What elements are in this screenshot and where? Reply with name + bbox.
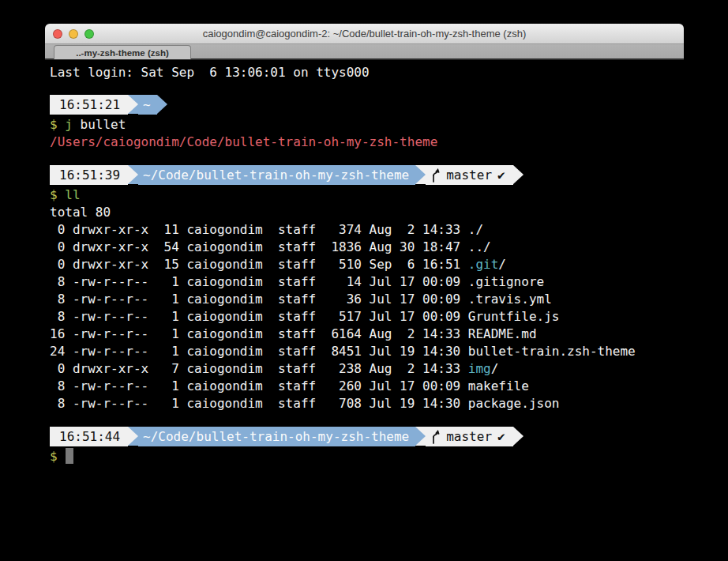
tab-label: ..-my-zsh-theme (zsh) <box>76 48 169 58</box>
zoom-button[interactable] <box>84 29 94 39</box>
prompt-char: $ <box>50 187 58 202</box>
powerline-arrow-icon <box>513 427 523 446</box>
ls-row-dir-slash: / <box>491 361 499 376</box>
powerline-arrow-icon <box>415 427 426 446</box>
ls-row: 16 -rw-r--r-- 1 caiogondim staff 6164 Au… <box>50 326 728 343</box>
git-branch-label: master <box>446 428 492 446</box>
prompt-bar-1: 16:51:21 ~ <box>50 95 728 115</box>
tab-bar: ..-my-zsh-theme (zsh) <box>45 44 684 60</box>
ls-row-filename: ./ <box>468 222 483 237</box>
prompt-bar-3: 16:51:44 ~/Code/bullet-train-oh-my-zsh-t… <box>50 427 728 446</box>
git-segment: master ✔ <box>426 427 512 446</box>
ls-row-filename: .travis.yml <box>468 292 552 307</box>
ls-row: 0 drwxr-xr-x 7 caiogondim staff 238 Aug … <box>50 360 728 378</box>
ls-row: 0 drwxr-xr-x 11 caiogondim staff 374 Aug… <box>50 221 728 239</box>
titlebar[interactable]: caiogondim@caiogondim-2: ~/Code/bullet-t… <box>45 24 684 44</box>
ls-row-filename: package.json <box>468 396 560 411</box>
ls-row-meta: 16 -rw-r--r-- 1 caiogondim staff 6164 Au… <box>50 326 468 341</box>
ls-row: 0 drwxr-xr-x 54 caiogondim staff 1836 Au… <box>50 239 728 256</box>
git-branch-icon <box>430 430 441 444</box>
ls-row-filename: Gruntfile.js <box>468 309 560 324</box>
powerline-arrow-icon <box>513 165 523 184</box>
dir-segment: ~/Code/bullet-train-oh-my-zsh-theme <box>138 165 415 185</box>
ls-row-filename: .git <box>468 257 499 272</box>
traffic-lights <box>53 24 94 43</box>
terminal-content[interactable]: Last login: Sat Sep 6 13:06:01 on ttys00… <box>45 60 728 561</box>
ls-row-filename: img <box>468 361 491 376</box>
terminal-window: caiogondim@caiogondim-2: ~/Code/bullet-t… <box>45 24 684 60</box>
ls-row-meta: 0 drwxr-xr-x 7 caiogondim staff 238 Aug … <box>50 361 468 376</box>
ls-row-meta: 8 -rw-r--r-- 1 caiogondim staff 260 Jul … <box>50 378 468 393</box>
ls-row-meta: 8 -rw-r--r-- 1 caiogondim staff 14 Jul 1… <box>50 274 468 289</box>
ls-row-meta: 0 drwxr-xr-x 11 caiogondim staff 374 Aug… <box>50 222 468 237</box>
ls-row-dir-slash: / <box>498 257 506 272</box>
close-button[interactable] <box>53 29 62 39</box>
ls-row-meta: 8 -rw-r--r-- 1 caiogondim staff 517 Jul … <box>50 309 468 324</box>
ls-row-meta: 8 -rw-r--r-- 1 caiogondim staff 708 Jul … <box>50 396 468 411</box>
prompt-bar-2: 16:51:39 ~/Code/bullet-train-oh-my-zsh-t… <box>50 165 728 185</box>
prompt-char: $ <box>50 449 58 464</box>
ls-row: 0 drwxr-xr-x 15 caiogondim staff 510 Sep… <box>50 256 728 273</box>
ls-row-filename: ../ <box>468 239 491 254</box>
ls-row-meta: 8 -rw-r--r-- 1 caiogondim staff 36 Jul 1… <box>50 292 468 307</box>
ls-row: 8 -rw-r--r-- 1 caiogondim staff 14 Jul 1… <box>50 273 728 291</box>
git-segment: master ✔ <box>426 165 512 185</box>
git-clean-check-icon: ✔ <box>497 428 505 446</box>
ls-total-line: total 80 <box>50 204 728 221</box>
ls-row-meta: 0 drwxr-xr-x 15 caiogondim staff 510 Sep… <box>50 257 468 272</box>
minimize-button[interactable] <box>69 29 78 39</box>
ls-row: 8 -rw-r--r-- 1 caiogondim staff 260 Jul … <box>50 378 728 395</box>
time-segment: 16:51:39 <box>50 165 128 185</box>
dir-segment: ~/Code/bullet-train-oh-my-zsh-theme <box>138 427 415 446</box>
command-name: j <box>65 117 73 132</box>
time-segment: 16:51:21 <box>50 95 128 115</box>
ls-row-filename: makefile <box>468 378 529 393</box>
command-line-1: $ j bullet <box>50 116 728 134</box>
ls-listing: 0 drwxr-xr-x 11 caiogondim staff 374 Aug… <box>50 221 728 412</box>
ls-row-filename: README.md <box>468 326 537 341</box>
window-title: caiogondim@caiogondim-2: ~/Code/bullet-t… <box>45 28 684 40</box>
time-segment: 16:51:44 <box>50 427 128 446</box>
ls-row-meta: 24 -rw-r--r-- 1 caiogondim staff 8451 Ju… <box>50 344 468 359</box>
powerline-arrow-icon <box>157 95 167 114</box>
active-command-line[interactable]: $ <box>50 448 728 465</box>
prompt-char: $ <box>50 117 58 132</box>
ls-row: 8 -rw-r--r-- 1 caiogondim staff 36 Jul 1… <box>50 291 728 308</box>
powerline-arrow-icon <box>415 165 426 184</box>
text-cursor <box>66 448 73 464</box>
jump-output-path: /Users/caiogondim/Code/bullet-train-oh-m… <box>50 134 728 151</box>
command-name: ll <box>65 187 80 202</box>
git-clean-check-icon: ✔ <box>497 167 505 184</box>
command-args: bullet <box>73 117 126 132</box>
git-branch-icon <box>430 168 441 183</box>
ls-row: 24 -rw-r--r-- 1 caiogondim staff 8451 Ju… <box>50 343 728 360</box>
git-branch-label: master <box>446 167 492 184</box>
powerline-arrow-icon <box>128 165 138 184</box>
ls-row-filename: bullet-train.zsh-theme <box>468 344 636 359</box>
ls-row-meta: 0 drwxr-xr-x 54 caiogondim staff 1836 Au… <box>50 239 468 254</box>
dir-segment: ~ <box>138 95 157 115</box>
powerline-arrow-icon <box>128 427 138 446</box>
powerline-arrow-icon <box>128 95 138 114</box>
ls-row-filename: .gitignore <box>468 274 544 289</box>
ls-row: 8 -rw-r--r-- 1 caiogondim staff 517 Jul … <box>50 308 728 326</box>
last-login-line: Last login: Sat Sep 6 13:06:01 on ttys00… <box>50 64 728 81</box>
tab-my-zsh-theme[interactable]: ..-my-zsh-theme (zsh) <box>54 45 191 59</box>
ls-row: 8 -rw-r--r-- 1 caiogondim staff 708 Jul … <box>50 395 728 412</box>
command-line-2: $ ll <box>50 186 728 204</box>
